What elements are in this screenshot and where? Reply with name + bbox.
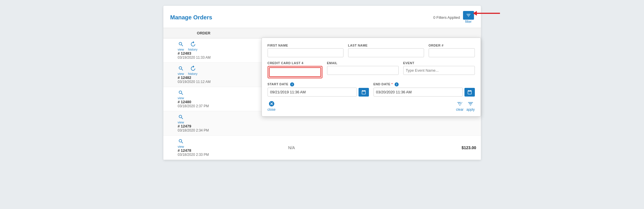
view-label-5: view — [178, 145, 184, 148]
filter-button[interactable] — [463, 11, 474, 20]
start-date-wrap — [268, 88, 369, 97]
cc-last4-field: CREDIT CARD LAST 4 — [268, 61, 322, 78]
event-input[interactable] — [403, 66, 475, 75]
search-icon — [178, 66, 184, 71]
first-name-label: FIRST NAME — [268, 44, 344, 47]
filter-header-area: 0 Filters Applied filter — [433, 11, 474, 24]
search-icon — [178, 114, 184, 120]
search-icon — [178, 41, 184, 47]
view-button-2[interactable]: view — [178, 66, 184, 75]
page-wrapper: Manage Orders 0 Filters Applied filter — [163, 6, 481, 160]
order-cell-2: view history # 12482 03/19/2020 11:12 AM — [163, 63, 244, 87]
order-date-2: 03/19/2020 11:12 AM — [178, 80, 240, 84]
email-label: EMAIL — [327, 61, 399, 65]
last-name-label: LAST NAME — [348, 44, 424, 47]
order-amount-5: $123.00 — [344, 145, 476, 150]
end-date-input[interactable] — [374, 88, 463, 97]
apply-button[interactable]: apply — [466, 101, 475, 112]
order-num-2: # 12482 — [178, 75, 240, 80]
cc-field-wrapper — [268, 66, 322, 78]
start-date-input[interactable] — [268, 88, 357, 97]
order-num-3: # 12480 — [178, 100, 240, 104]
clear-button[interactable]: clear — [456, 101, 464, 112]
filter-row-3: START DATE i END DATE * i — [268, 82, 475, 97]
filters-applied-text: 0 Filters Applied — [433, 15, 460, 20]
page-header: Manage Orders 0 Filters Applied filter — [163, 6, 481, 28]
order-info-4: # 12479 03/18/2020 2:34 PM — [178, 124, 240, 132]
calendar-icon — [361, 90, 366, 95]
order-date-5: 03/18/2020 2:33 PM — [178, 153, 240, 157]
history-label-2: history — [188, 72, 197, 75]
view-label-4: view — [178, 121, 184, 124]
order-actions-5: view — [178, 138, 240, 148]
col-event-header — [244, 28, 339, 38]
first-name-field: FIRST NAME — [268, 44, 344, 57]
view-button-4[interactable]: view — [178, 114, 184, 124]
order-cell-3: view # 12480 03/18/2020 2:37 PM — [163, 87, 244, 111]
event-field: EVENT — [403, 61, 475, 78]
view-button-3[interactable]: view — [178, 90, 184, 100]
view-label-2: view — [178, 72, 184, 75]
start-date-label: START DATE i — [268, 82, 369, 86]
history-icon — [190, 41, 196, 47]
order-num-label: ORDER # — [429, 44, 475, 47]
order-num-5: # 12478 — [178, 148, 240, 153]
end-date-label: END DATE * i — [374, 82, 475, 86]
view-button-1[interactable]: view — [178, 41, 184, 51]
order-info-3: # 12480 03/18/2020 2:37 PM — [178, 100, 240, 108]
apply-filter-icon — [467, 101, 474, 107]
filter-row-2: CREDIT CARD LAST 4 EMAIL EVENT — [268, 61, 475, 78]
clear-label: clear — [456, 108, 464, 112]
table-row: view # 12478 03/18/2020 2:33 PM N/A $123… — [163, 136, 481, 160]
order-info-2: # 12482 03/19/2020 11:12 AM — [178, 75, 240, 84]
end-date-calendar-button[interactable] — [464, 88, 475, 97]
order-num-1: # 12483 — [178, 51, 240, 56]
history-button-2[interactable]: history — [188, 66, 197, 75]
order-num-field: ORDER # — [429, 44, 475, 57]
order-cell-1: view history # 12483 03/19/2020 11:33 AM — [163, 38, 244, 63]
history-button-1[interactable]: history — [188, 41, 197, 51]
filter-actions: clear apply — [456, 101, 475, 112]
last-name-field: LAST NAME — [348, 44, 424, 57]
search-icon — [178, 90, 184, 96]
red-arrow — [473, 11, 500, 16]
apply-label: apply — [466, 108, 475, 112]
end-date-wrap — [374, 88, 475, 97]
col-amount-header — [339, 28, 481, 38]
end-date-field: END DATE * i — [374, 82, 475, 97]
start-date-info-icon[interactable]: i — [290, 82, 294, 86]
arrow-line — [477, 13, 500, 14]
order-num-4: # 12479 — [178, 124, 240, 128]
order-info-5: # 12478 03/18/2020 2:33 PM — [178, 148, 240, 157]
calendar-icon — [467, 90, 472, 95]
order-actions-1: view history — [178, 41, 240, 51]
history-label-1: history — [188, 48, 197, 51]
view-label-3: view — [178, 96, 184, 100]
event-cell-5: N/A — [244, 136, 339, 160]
order-cell-5: view # 12478 03/18/2020 2:33 PM — [163, 136, 244, 160]
order-info-1: # 12483 03/19/2020 11:33 AM — [178, 51, 240, 60]
amount-cell-5: $123.00 — [339, 136, 481, 160]
order-date-4: 03/18/2020 2:34 PM — [178, 128, 240, 132]
history-icon — [190, 66, 196, 71]
email-input[interactable] — [327, 66, 399, 75]
view-button-5[interactable]: view — [178, 138, 184, 148]
close-circle-icon — [268, 101, 275, 107]
start-date-field: START DATE i — [268, 82, 369, 97]
filter-panel: FIRST NAME LAST NAME ORDER # CREDIT CARD… — [262, 38, 481, 116]
order-actions-2: view history — [178, 66, 240, 75]
close-button[interactable]: close — [268, 101, 276, 112]
search-icon — [178, 138, 184, 144]
page-title: Manage Orders — [170, 14, 212, 21]
cc-last4-input[interactable] — [269, 67, 321, 77]
end-date-info-icon[interactable]: i — [395, 82, 399, 86]
clear-filter-icon — [457, 101, 463, 107]
order-actions-3: view — [178, 90, 240, 100]
order-num-input[interactable] — [429, 48, 475, 57]
start-date-calendar-button[interactable] — [359, 88, 369, 97]
first-name-input[interactable] — [268, 48, 344, 57]
email-field: EMAIL — [327, 61, 399, 78]
filter-row-1: FIRST NAME LAST NAME ORDER # — [268, 44, 475, 57]
order-date-1: 03/19/2020 11:33 AM — [178, 56, 240, 60]
last-name-input[interactable] — [348, 48, 424, 57]
